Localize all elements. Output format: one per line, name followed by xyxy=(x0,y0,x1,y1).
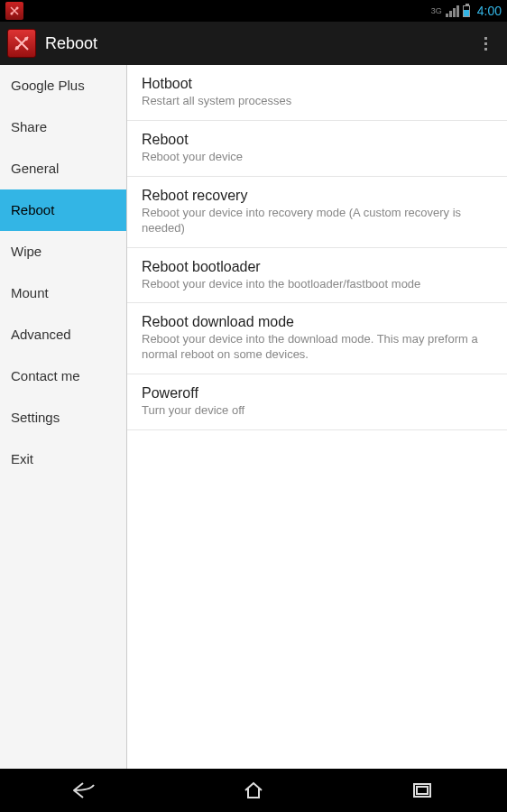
sidebar-item-label: Advanced xyxy=(11,327,71,342)
list-item[interactable]: HotbootRestart all system processes xyxy=(127,65,507,121)
list-item-subtitle: Turn your device off xyxy=(142,403,493,419)
app-icon[interactable] xyxy=(7,29,36,58)
sidebar-item-label: Reboot xyxy=(11,202,54,217)
navigation-bar xyxy=(0,769,507,812)
sidebar-item-label: Share xyxy=(11,119,47,134)
main-list: HotbootRestart all system processesReboo… xyxy=(127,65,507,769)
network-type-label: 3G xyxy=(431,6,442,15)
sidebar-item-google-plus[interactable]: Google Plus xyxy=(0,65,126,106)
sidebar-item-exit[interactable]: Exit xyxy=(0,438,126,480)
list-item[interactable]: Reboot recoveryReboot your device into r… xyxy=(127,177,507,248)
list-item-title: Hotboot xyxy=(142,76,493,92)
list-item-title: Reboot xyxy=(142,132,493,148)
battery-icon xyxy=(463,5,470,17)
list-item-subtitle: Reboot your device xyxy=(142,150,493,165)
list-item-subtitle: Reboot your device into the download mod… xyxy=(142,332,493,363)
list-item-title: Reboot download mode xyxy=(142,314,493,330)
list-item[interactable]: PoweroffTurn your device off xyxy=(127,374,507,430)
sidebar: Google PlusShareGeneralRebootWipeMountAd… xyxy=(0,65,127,769)
recent-apps-button[interactable] xyxy=(377,769,467,812)
svg-point-3 xyxy=(24,37,28,41)
sidebar-item-wipe[interactable]: Wipe xyxy=(0,231,126,272)
sidebar-item-label: General xyxy=(11,161,59,176)
action-bar: Reboot xyxy=(0,22,507,65)
svg-point-1 xyxy=(16,7,19,10)
sidebar-item-label: Mount xyxy=(11,285,49,300)
list-item-title: Reboot recovery xyxy=(142,188,493,204)
list-item-title: Poweroff xyxy=(142,385,493,401)
status-bar: 3G 4:00 xyxy=(0,0,507,22)
sidebar-item-contact-me[interactable]: Contact me xyxy=(0,355,126,397)
sidebar-item-mount[interactable]: Mount xyxy=(0,272,126,314)
list-item[interactable]: RebootReboot your device xyxy=(127,121,507,177)
svg-point-0 xyxy=(11,13,14,15)
sidebar-item-reboot[interactable]: Reboot xyxy=(0,189,126,231)
sidebar-item-advanced[interactable]: Advanced xyxy=(0,314,126,355)
overflow-menu-button[interactable] xyxy=(471,22,500,65)
sidebar-item-share[interactable]: Share xyxy=(0,106,126,148)
sidebar-item-label: Google Plus xyxy=(11,78,85,93)
list-item[interactable]: Reboot bootloaderReboot your device into… xyxy=(127,248,507,304)
signal-icon xyxy=(446,5,459,17)
sidebar-item-label: Exit xyxy=(11,451,33,466)
list-item-title: Reboot bootloader xyxy=(142,259,493,275)
list-item-subtitle: Reboot your device into the bootloader/f… xyxy=(142,277,493,292)
svg-rect-5 xyxy=(417,787,428,794)
home-button[interactable] xyxy=(208,769,299,812)
clock: 4:00 xyxy=(477,4,502,18)
page-title: Reboot xyxy=(45,34,471,53)
sidebar-item-label: Wipe xyxy=(11,244,41,259)
back-button[interactable] xyxy=(40,769,130,812)
list-item-subtitle: Restart all system processes xyxy=(142,94,493,109)
sidebar-item-general[interactable]: General xyxy=(0,148,126,189)
list-item[interactable]: Reboot download modeReboot your device i… xyxy=(127,303,507,374)
svg-point-2 xyxy=(15,46,19,50)
app-notification-icon xyxy=(5,2,23,20)
list-item-subtitle: Reboot your device into recovery mode (A… xyxy=(142,206,493,236)
sidebar-item-label: Contact me xyxy=(11,368,80,383)
sidebar-item-label: Settings xyxy=(11,410,60,425)
sidebar-item-settings[interactable]: Settings xyxy=(0,397,126,438)
